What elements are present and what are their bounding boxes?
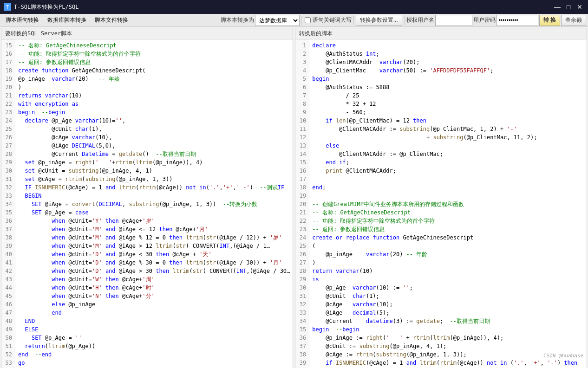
left-code-line: when @cUnit='M' and @iAge > 12 ltrim(str… xyxy=(18,242,290,250)
right-line-number: 19 xyxy=(298,192,306,200)
left-line-number: 35 xyxy=(4,208,12,217)
menu-item-db-convert[interactable]: 数据库脚本转换 xyxy=(44,14,90,26)
target-db-select[interactable]: 达梦数据库 Oracle PostgreSQL xyxy=(255,15,300,26)
right-code-line xyxy=(312,175,584,183)
left-code-area: 1516171819202122232425262728293031323334… xyxy=(1,39,293,368)
menu-item-stmt-convert[interactable]: 脚本语句转换 xyxy=(2,14,43,26)
left-line-number: 24 xyxy=(4,116,12,125)
left-line-number: 19 xyxy=(4,75,12,83)
right-line-number: 35 xyxy=(298,325,306,334)
title-bar: T T-SQL脚本转换为PL/SQL — □ ✕ xyxy=(0,0,588,14)
divider3 xyxy=(404,16,405,25)
left-line-number: 52 xyxy=(4,350,12,359)
left-code-line: when @cUnit='D' and @iAge < 30 then @cAg… xyxy=(18,250,290,258)
right-line-number: 14 xyxy=(298,150,306,158)
left-code-line: when @cUnit='M' and @iAge <= 12 then @cA… xyxy=(18,225,290,233)
left-code-line: create function GetAgeChineseDescript( xyxy=(18,66,290,75)
left-line-numbers: 1516171819202122232425262728293031323334… xyxy=(1,39,15,368)
right-line-number: 10 xyxy=(298,116,306,125)
title-bar-controls: — □ ✕ xyxy=(553,2,584,12)
right-code-content[interactable]: declare @AuthStatus int; @ClientMACAddr … xyxy=(309,39,587,368)
left-code-line: set @p_inAge = right(' '+rtrim(ltrim(@p_… xyxy=(18,158,290,167)
right-code-line: return varchar(10) xyxy=(312,267,584,275)
right-code-line: @Current datetime(3) := getdate; --取得当前日… xyxy=(312,317,584,325)
right-code-line: ) xyxy=(312,258,584,267)
right-code-line: end; xyxy=(312,183,584,192)
balance-button[interactable]: 查余额 xyxy=(561,15,586,26)
menu-item-file-convert[interactable]: 脚本文件转换 xyxy=(91,14,132,26)
left-code-content[interactable]: -- 名称: GetAgeChineseDescript-- 功能: 取得指定字… xyxy=(15,39,293,368)
left-code-line: SET @iAge = convert(DECIMAL, substring(@… xyxy=(18,200,290,208)
right-line-number: 20 xyxy=(298,200,306,208)
right-line-number: 17 xyxy=(298,175,306,183)
left-line-number: 16 xyxy=(4,50,12,58)
right-code-line: @ClientMACAddr := substring(@p_ClientMac… xyxy=(312,125,584,133)
left-line-number: 34 xyxy=(4,200,12,208)
right-line-number: 3 xyxy=(298,58,306,66)
left-code-line: when @cUnit='Y' then @cAge+'岁' xyxy=(18,217,290,225)
right-code-line: + substring(@p_ClientMac, 11, 2); xyxy=(312,133,584,142)
right-code-area: 1234567891011121314151617181920212223242… xyxy=(295,39,587,368)
left-code-line: set @cAge = rtrim(substring(@p_inAge, 1,… xyxy=(18,175,290,183)
maximize-button[interactable]: □ xyxy=(564,2,573,12)
right-code-line: / 25 xyxy=(312,91,584,100)
right-line-number: 16 xyxy=(298,167,306,175)
divider2 xyxy=(353,16,354,25)
minimize-button[interactable]: — xyxy=(553,2,562,12)
left-code-line: END xyxy=(18,317,290,325)
left-code-line: ELSE xyxy=(18,325,290,334)
left-line-number: 47 xyxy=(4,309,12,317)
right-line-number: 21 xyxy=(298,208,306,217)
right-code-line: declare xyxy=(312,41,584,50)
left-line-number: 40 xyxy=(4,250,12,258)
right-line-number: 2 xyxy=(298,50,306,58)
right-code-line: @iAge decimal(5); xyxy=(312,309,584,317)
left-line-number: 51 xyxy=(4,342,12,350)
left-line-number: 33 xyxy=(4,192,12,200)
right-code-line: is xyxy=(312,275,584,284)
username-input[interactable] xyxy=(435,15,472,26)
left-line-number: 42 xyxy=(4,267,12,275)
right-line-number: 15 xyxy=(298,158,306,167)
right-line-number: 32 xyxy=(298,300,306,309)
left-code-line: when @cUnit='M' and @iAge % 12 = 0 then … xyxy=(18,233,290,242)
divider1 xyxy=(301,16,302,25)
right-panel: 转换后的脚本 123456789101112131415161718192021… xyxy=(295,28,587,368)
password-input[interactable] xyxy=(497,15,538,26)
left-code-line: -- 名称: GetAgeChineseDescript xyxy=(18,41,290,50)
uppercase-label: 语句关键词大写 xyxy=(313,16,352,24)
left-line-number: 25 xyxy=(4,125,12,133)
left-code-line: when @cUnit='D' and @iAge % 30 = 0 then … xyxy=(18,258,290,267)
left-line-number: 48 xyxy=(4,317,12,325)
right-code-line: end if; xyxy=(312,158,584,167)
left-code-line: with encryption as xyxy=(18,100,290,108)
close-button[interactable]: ✕ xyxy=(575,2,584,12)
left-code-line: when @cUnit='D' and @iAge > 30 then ltri… xyxy=(18,267,290,275)
right-line-number: 30 xyxy=(298,284,306,292)
right-code-line: create or replace function GetAgeChinese… xyxy=(312,233,584,242)
right-code-line: if ISNUMERIC(@cAge) = 1 and ltrim(rtrim(… xyxy=(312,359,584,367)
right-line-number: 8 xyxy=(298,100,306,108)
right-line-numbers: 1234567891011121314151617181920212223242… xyxy=(295,39,309,368)
right-line-number: 13 xyxy=(298,142,306,150)
right-line-number: 38 xyxy=(298,350,306,359)
right-code-line: -- 创建GreatMIMP中间件业务脚本本所用的存储过程和函数 xyxy=(312,200,584,208)
params-button[interactable]: 转换参数设置... xyxy=(356,15,402,26)
right-code-line: else xyxy=(312,142,584,150)
left-code-line: IF ISNUMERIC(@cAge) = 1 and ltrim(rtrim(… xyxy=(18,183,290,192)
right-code-line: @ClientMACAddr varchar(20); xyxy=(312,58,584,66)
left-code-line: returns varchar(10) xyxy=(18,91,290,100)
left-code-line: BEGIN xyxy=(18,192,290,200)
uppercase-checkbox[interactable] xyxy=(305,17,311,23)
left-code-line: @cUnit char(1), xyxy=(18,125,290,133)
right-code-line: @p_Age varchar(10) := ''; xyxy=(312,284,584,292)
right-line-number: 28 xyxy=(298,267,306,275)
left-code-line: end xyxy=(18,309,290,317)
right-code-line: begin xyxy=(312,75,584,83)
right-line-number: 34 xyxy=(298,317,306,325)
left-line-number: 38 xyxy=(4,233,12,242)
left-code-line: @iAge DECIMAL(5,0), xyxy=(18,142,290,150)
right-line-number: 33 xyxy=(298,309,306,317)
convert-button[interactable]: 转 换 xyxy=(539,15,560,26)
left-line-number: 15 xyxy=(4,41,12,50)
